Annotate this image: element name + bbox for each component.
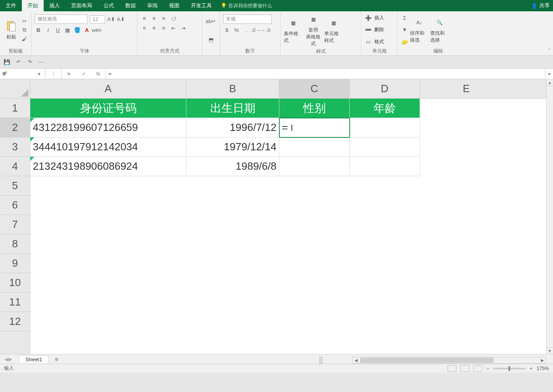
format-painter-icon[interactable]: 🖌 <box>21 35 28 42</box>
paste-button[interactable]: 粘贴 <box>3 13 19 47</box>
row-header-5[interactable]: 5 <box>0 176 30 196</box>
tab-home[interactable]: 开始 <box>22 0 44 11</box>
cell-B2[interactable]: 1996/7/12 <box>186 118 279 137</box>
indent-increase-icon[interactable]: ⇥ <box>179 24 187 32</box>
cell-B1[interactable]: 出生日期 <box>186 99 279 118</box>
view-normal-icon[interactable] <box>447 365 456 372</box>
scroll-down-icon[interactable]: ▼ <box>547 347 553 354</box>
fill-color-icon[interactable]: 🪣 <box>74 26 81 34</box>
tab-data[interactable]: 数据 <box>120 0 141 11</box>
cell-C7[interactable] <box>279 215 350 234</box>
align-top-icon[interactable]: ≡ <box>141 15 148 22</box>
cell-C12[interactable] <box>279 312 350 331</box>
cell-A5[interactable] <box>30 176 186 196</box>
copy-icon[interactable]: ⧉ <box>21 26 28 34</box>
formula-input[interactable]: = <box>106 69 545 79</box>
row-header-6[interactable]: 6 <box>0 196 30 215</box>
cell-D11[interactable] <box>350 293 420 312</box>
zoom-in-icon[interactable]: + <box>530 366 532 371</box>
align-left-icon[interactable]: ≡ <box>141 24 148 32</box>
indent-decrease-icon[interactable]: ⇤ <box>170 24 177 32</box>
cell-B3[interactable]: 1979/12/14 <box>186 137 279 157</box>
col-header-E[interactable]: E <box>420 79 513 98</box>
cell-A12[interactable] <box>30 312 186 331</box>
cell-B6[interactable] <box>186 196 279 215</box>
view-page-break-icon[interactable] <box>473 365 482 372</box>
delete-cells-button[interactable]: ➖删除 <box>365 26 394 34</box>
cell-A8[interactable] <box>30 234 186 254</box>
redo-icon[interactable]: ↷ <box>26 59 33 66</box>
fx-icon[interactable]: fx <box>96 71 100 77</box>
number-format-select[interactable]: 常规 <box>223 15 272 24</box>
vertical-scrollbar[interactable]: ▲ ▼ <box>546 79 553 354</box>
cell-C10[interactable] <box>279 273 350 293</box>
cell-B11[interactable] <box>186 293 279 312</box>
percent-icon[interactable]: % <box>233 26 240 34</box>
tab-page-layout[interactable]: 页面布局 <box>65 0 98 11</box>
enter-formula-icon[interactable]: ✓ <box>82 71 86 77</box>
align-center-icon[interactable]: ≡ <box>150 24 158 32</box>
border-icon[interactable]: ▦ <box>64 26 71 34</box>
cell-styles-button[interactable]: ▦单元格样式 <box>324 13 343 47</box>
tab-view[interactable]: 视图 <box>163 0 185 11</box>
conditional-format-button[interactable]: ▦条件格式 <box>284 13 302 47</box>
cell-D9[interactable] <box>350 254 420 273</box>
row-header-9[interactable]: 9 <box>0 254 30 273</box>
cell-E12[interactable] <box>420 312 513 331</box>
cell-B9[interactable] <box>186 254 279 273</box>
font-name-select[interactable]: 微软雅黑 <box>35 15 87 24</box>
font-size-select[interactable]: 12 <box>90 15 105 23</box>
currency-icon[interactable]: $ <box>223 26 230 34</box>
sheet-nav-next-icon[interactable]: ▶ <box>8 356 12 362</box>
decrease-font-icon[interactable]: A⬇ <box>117 16 125 23</box>
col-header-C[interactable]: C <box>279 79 350 98</box>
row-header-12[interactable]: 12 <box>0 312 30 331</box>
scroll-right-icon[interactable]: ▶ <box>539 358 546 362</box>
cell-A11[interactable] <box>30 293 186 312</box>
cell-E3[interactable] <box>420 137 513 157</box>
increase-decimal-icon[interactable]: .0→ <box>252 26 260 34</box>
cell-C9[interactable] <box>279 254 350 273</box>
cell-D3[interactable] <box>350 137 420 157</box>
scroll-thumb[interactable] <box>360 358 494 363</box>
cell-A1[interactable]: 身份证号码 <box>30 99 186 118</box>
cell-D12[interactable] <box>350 312 420 331</box>
cell-E4[interactable] <box>420 157 513 176</box>
cell-C4[interactable] <box>279 157 350 176</box>
tell-me-search[interactable]: 💡 告诉我你想要做什么 <box>221 0 272 11</box>
cell-E6[interactable] <box>420 196 513 215</box>
cell-B4[interactable]: 1989/6/8 <box>186 157 279 176</box>
cell-A2[interactable]: 431228199607126659 <box>30 118 186 137</box>
cell-D7[interactable] <box>350 215 420 234</box>
cell-D10[interactable] <box>350 273 420 293</box>
col-header-D[interactable]: D <box>350 79 420 98</box>
cell-A3[interactable]: 344410197912142034 <box>30 137 186 157</box>
select-all-corner[interactable] <box>0 79 30 99</box>
sheet-nav-prev-icon[interactable]: ◀ <box>4 356 8 362</box>
cell-B12[interactable] <box>186 312 279 331</box>
align-right-icon[interactable]: ≡ <box>160 24 167 32</box>
tab-formulas[interactable]: 公式 <box>98 0 120 11</box>
cell-E5[interactable] <box>420 176 513 196</box>
align-bottom-icon[interactable]: ≡ <box>160 15 167 22</box>
zoom-slider[interactable] <box>493 368 526 369</box>
cell-A7[interactable] <box>30 215 186 234</box>
cell-C5[interactable] <box>279 176 350 196</box>
cell-C11[interactable] <box>279 293 350 312</box>
expand-formula-bar-icon[interactable]: ▾ <box>545 69 553 79</box>
autosum-icon[interactable]: Σ <box>401 15 408 22</box>
bold-icon[interactable]: B <box>35 26 42 34</box>
name-box-dropdown-icon[interactable]: ▾ <box>36 71 43 77</box>
cell-D5[interactable] <box>350 176 420 196</box>
cell-D1[interactable]: 年龄 <box>350 99 420 118</box>
cell-D8[interactable] <box>350 234 420 254</box>
tab-insert[interactable]: 插入 <box>44 0 65 11</box>
col-header-A[interactable]: A <box>30 79 186 98</box>
cancel-formula-icon[interactable]: ✕ <box>67 71 71 77</box>
cell-B8[interactable] <box>186 234 279 254</box>
scroll-left-icon[interactable]: ◀ <box>352 358 359 362</box>
cut-icon[interactable]: ✂ <box>21 17 28 25</box>
align-middle-icon[interactable]: ≡ <box>150 15 158 22</box>
tab-review[interactable]: 审阅 <box>141 0 163 11</box>
row-header-7[interactable]: 7 <box>0 215 30 234</box>
